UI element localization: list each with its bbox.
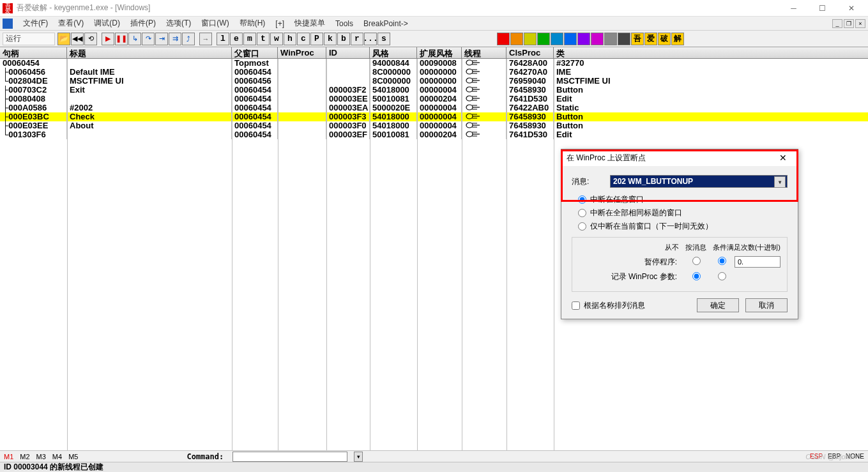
trace-into-icon[interactable]: ⇥ — [155, 33, 168, 45]
view-P-button[interactable]: P — [310, 33, 323, 45]
menu-help[interactable]: 帮助(H) — [234, 17, 271, 30]
menu-options[interactable]: 选项(T) — [161, 17, 196, 30]
step-into-icon[interactable]: ↳ — [128, 33, 141, 45]
header-winproc[interactable]: WinProc — [278, 47, 326, 58]
minimize-button[interactable]: ─ — [779, 0, 808, 17]
menu-view[interactable]: 查看(V) — [53, 17, 89, 30]
color-button-3[interactable] — [537, 33, 550, 45]
command-dropdown-button[interactable]: ▾ — [354, 452, 363, 462]
goto-icon[interactable]: → — [199, 33, 212, 45]
table-row[interactable]: ├0008040800060454000003EE500100810000020… — [0, 95, 868, 103]
header-id[interactable]: ID — [326, 47, 370, 58]
menu-file[interactable]: 文件(F) — [18, 17, 53, 30]
marker-m1[interactable]: M1 — [4, 453, 13, 461]
menu-tools[interactable]: Tools — [330, 18, 358, 29]
cn-button-解[interactable]: 解 — [671, 33, 684, 45]
dialog-close-button[interactable]: ✕ — [773, 153, 793, 163]
view-...-button[interactable]: ... — [364, 33, 377, 45]
menu-debug[interactable]: 调试(D) — [89, 17, 125, 30]
table-row[interactable]: 00060454Topmost940008440009000876428A00#… — [0, 59, 868, 68]
table-row[interactable]: ├000A0586#200200060454000003EA5000020E00… — [0, 103, 868, 112]
header-style[interactable]: 风格 — [370, 47, 417, 58]
mdi-min-button[interactable]: _ — [832, 19, 842, 28]
menu-plus[interactable]: [+] — [270, 18, 289, 29]
table-row[interactable]: ├000703C2Exit00060454000003F254018000000… — [0, 86, 868, 95]
marker-m2[interactable]: M2 — [20, 453, 29, 461]
log-never-radio[interactable] — [692, 272, 701, 280]
color-button-8[interactable] — [604, 33, 617, 45]
view-b-button[interactable]: b — [337, 33, 350, 45]
view-w-button[interactable]: w — [270, 33, 283, 45]
color-button-1[interactable] — [510, 33, 523, 45]
pause-icon[interactable]: ❚❚ — [115, 33, 128, 45]
header-thread[interactable]: 线程 — [462, 47, 506, 58]
cn-button-吾[interactable]: 吾 — [631, 33, 644, 45]
trace-over-icon[interactable]: ⇉ — [169, 33, 181, 45]
restart-icon[interactable]: ⟲ — [84, 33, 97, 45]
header-clsproc[interactable]: ClsProc — [506, 47, 554, 58]
radio-current-window[interactable] — [578, 222, 586, 231]
mdi-icon — [3, 19, 13, 29]
count-input[interactable] — [735, 256, 780, 268]
cn-button-爱[interactable]: 爱 — [644, 33, 657, 45]
color-button-6[interactable] — [577, 33, 590, 45]
header-parent[interactable]: 父窗口 — [232, 47, 278, 58]
view-k-button[interactable]: k — [324, 33, 337, 45]
marker-m5[interactable]: M5 — [68, 453, 78, 461]
message-dropdown[interactable]: 202 WM_LBUTTONUP — [610, 175, 788, 188]
view-s-button[interactable]: s — [377, 33, 390, 45]
menu-plugins[interactable]: 插件(P) — [125, 17, 161, 30]
cancel-button[interactable]: 取消 — [745, 298, 788, 312]
menu-window[interactable]: 窗口(W) — [196, 17, 234, 30]
view-l-button[interactable]: l — [217, 33, 229, 45]
ok-button[interactable]: 确定 — [697, 298, 739, 312]
run-till-ret-icon[interactable]: ⤴ — [182, 33, 195, 45]
rewind-icon[interactable]: ◀◀ — [71, 33, 84, 45]
marker-m3[interactable]: M3 — [36, 453, 46, 461]
view-t-button[interactable]: t — [257, 33, 270, 45]
view-h-button[interactable]: h — [284, 33, 296, 45]
step-over-icon[interactable]: ↷ — [142, 33, 155, 45]
table-row[interactable]: └001303F600060454000003EF500100810000020… — [0, 130, 868, 139]
color-button-7[interactable] — [591, 33, 604, 45]
header-handle[interactable]: 句柄 — [0, 47, 67, 58]
run-icon[interactable]: ▶ — [102, 33, 114, 45]
view-e-button[interactable]: e — [230, 33, 243, 45]
menu-breakpoint[interactable]: BreakPoint-> — [358, 18, 413, 29]
table-row[interactable]: ├000E03BCCheck00060454000003F35401800000… — [0, 112, 868, 121]
marker-m4[interactable]: M4 — [52, 453, 62, 461]
open-icon[interactable]: 📂 — [57, 33, 70, 45]
pause-onmsg-radio[interactable] — [718, 257, 726, 265]
view-r-button[interactable]: r — [351, 33, 363, 45]
view-m-button[interactable]: m — [243, 33, 256, 45]
color-button-2[interactable] — [524, 33, 537, 45]
svg-point-28 — [466, 123, 473, 128]
table-row[interactable]: └002804DEMSCTFIME UI000604568C0000000000… — [0, 77, 868, 86]
header-class[interactable]: 类 — [554, 47, 859, 58]
command-input[interactable] — [232, 452, 347, 462]
cn-button-破[interactable]: 破 — [658, 33, 671, 45]
status-text: ID 00003044 的新线程已创建 — [4, 462, 103, 472]
color-button-5[interactable] — [564, 33, 577, 45]
mdi-restore-button[interactable]: ❐ — [844, 19, 854, 28]
maximize-button[interactable]: ☐ — [808, 0, 837, 17]
table-row[interactable]: ├00060456Default IME000604548C0000000000… — [0, 68, 868, 77]
table-row[interactable]: ├000E03EEAbout00060454000003F05401800000… — [0, 121, 868, 130]
log-onmsg-radio[interactable] — [718, 272, 726, 280]
pause-never-radio[interactable] — [692, 257, 701, 265]
color-button-9[interactable] — [618, 33, 630, 45]
close-button[interactable]: ✕ — [837, 0, 865, 17]
header-title[interactable]: 标题 — [67, 47, 232, 58]
radio-any-window[interactable] — [578, 195, 586, 204]
color-button-4[interactable] — [551, 33, 563, 45]
radio-same-title[interactable] — [578, 209, 586, 217]
color-button-0[interactable] — [497, 33, 510, 45]
marker-bar: M1 M2 M3 M4 M5 Command: ▾ ESP EBP NONE — [0, 450, 868, 462]
debug-status: 运行 — [3, 33, 55, 45]
header-exstyle[interactable]: 扩展风格 — [417, 47, 462, 58]
sort-checkbox[interactable] — [572, 301, 580, 310]
svg-point-20 — [466, 105, 473, 110]
view-c-button[interactable]: c — [297, 33, 310, 45]
mdi-close-button[interactable]: × — [855, 19, 865, 28]
menu-quick[interactable]: 快捷菜单 — [289, 17, 330, 30]
